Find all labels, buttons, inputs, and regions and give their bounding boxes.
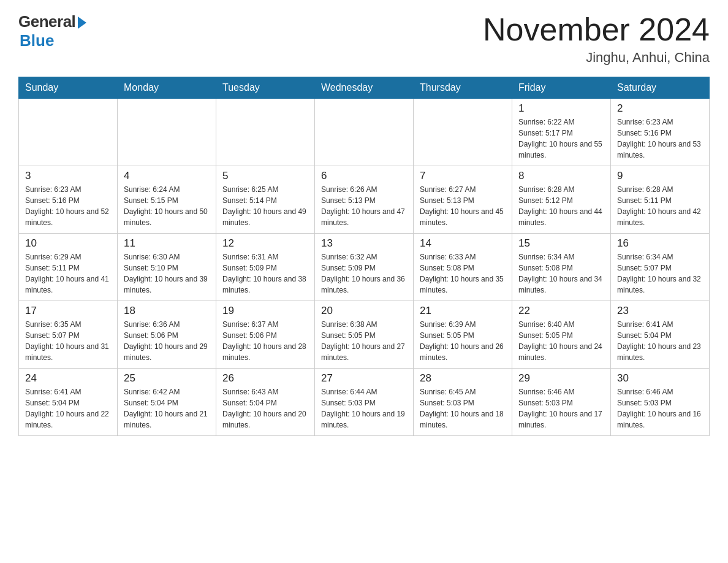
table-row: 28Sunrise: 6:45 AMSunset: 5:03 PMDayligh… [414,369,512,436]
title-section: November 2024 Jinghu, Anhui, China [483,12,710,66]
table-row [216,99,315,166]
day-number: 16 [617,237,703,250]
day-info: Sunrise: 6:23 AMSunset: 5:16 PMDaylight:… [25,184,111,228]
day-info: Sunrise: 6:28 AMSunset: 5:11 PMDaylight:… [617,184,703,228]
day-number: 14 [420,237,506,250]
day-info: Sunrise: 6:26 AMSunset: 5:13 PMDaylight:… [321,184,407,228]
table-row: 29Sunrise: 6:46 AMSunset: 5:03 PMDayligh… [512,369,611,436]
logo-arrow-icon [78,17,86,29]
table-row: 26Sunrise: 6:43 AMSunset: 5:04 PMDayligh… [216,369,315,436]
table-row: 25Sunrise: 6:42 AMSunset: 5:04 PMDayligh… [118,369,216,436]
day-info: Sunrise: 6:34 AMSunset: 5:08 PMDaylight:… [518,251,604,296]
day-info: Sunrise: 6:44 AMSunset: 5:03 PMDaylight:… [321,386,407,431]
table-row: 27Sunrise: 6:44 AMSunset: 5:03 PMDayligh… [315,369,414,436]
table-row [118,99,216,166]
table-row: 18Sunrise: 6:36 AMSunset: 5:06 PMDayligh… [118,301,216,369]
logo: General Blue [18,12,86,50]
day-info: Sunrise: 6:32 AMSunset: 5:09 PMDaylight:… [321,251,407,296]
day-info: Sunrise: 6:28 AMSunset: 5:12 PMDaylight:… [518,184,604,228]
day-info: Sunrise: 6:35 AMSunset: 5:07 PMDaylight:… [25,319,111,363]
table-row: 14Sunrise: 6:33 AMSunset: 5:08 PMDayligh… [414,234,512,301]
table-row: 23Sunrise: 6:41 AMSunset: 5:04 PMDayligh… [611,301,710,369]
table-row: 24Sunrise: 6:41 AMSunset: 5:04 PMDayligh… [19,369,118,436]
day-number: 3 [25,170,111,182]
day-info: Sunrise: 6:24 AMSunset: 5:15 PMDaylight:… [124,184,210,228]
table-row: 8Sunrise: 6:28 AMSunset: 5:12 PMDaylight… [512,166,611,234]
table-row: 11Sunrise: 6:30 AMSunset: 5:10 PMDayligh… [118,234,216,301]
day-info: Sunrise: 6:36 AMSunset: 5:06 PMDaylight:… [124,319,210,363]
table-row [19,99,118,166]
page-header: General Blue November 2024 Jinghu, Anhui… [18,12,710,66]
day-number: 30 [617,372,703,385]
table-row: 16Sunrise: 6:34 AMSunset: 5:07 PMDayligh… [611,234,710,301]
table-row: 19Sunrise: 6:37 AMSunset: 5:06 PMDayligh… [216,301,315,369]
calendar-week-row: 10Sunrise: 6:29 AMSunset: 5:11 PMDayligh… [19,234,710,301]
day-number: 20 [321,305,407,317]
day-info: Sunrise: 6:42 AMSunset: 5:04 PMDaylight:… [124,386,210,431]
day-number: 27 [321,372,407,385]
location-title: Jinghu, Anhui, China [483,50,710,66]
day-number: 13 [321,237,407,250]
logo-blue-text: Blue [20,31,54,50]
day-info: Sunrise: 6:39 AMSunset: 5:05 PMDaylight:… [420,319,506,363]
header-saturday: Saturday [611,77,710,99]
day-number: 1 [518,102,604,115]
day-info: Sunrise: 6:46 AMSunset: 5:03 PMDaylight:… [617,386,703,431]
day-info: Sunrise: 6:37 AMSunset: 5:06 PMDaylight:… [222,319,308,363]
table-row: 13Sunrise: 6:32 AMSunset: 5:09 PMDayligh… [315,234,414,301]
calendar-week-row: 17Sunrise: 6:35 AMSunset: 5:07 PMDayligh… [19,301,710,369]
day-number: 18 [124,305,210,317]
day-info: Sunrise: 6:29 AMSunset: 5:11 PMDaylight:… [25,251,111,296]
day-info: Sunrise: 6:46 AMSunset: 5:03 PMDaylight:… [518,386,604,431]
day-info: Sunrise: 6:31 AMSunset: 5:09 PMDaylight:… [222,251,308,296]
table-row: 5Sunrise: 6:25 AMSunset: 5:14 PMDaylight… [216,166,315,234]
day-number: 22 [518,305,604,317]
day-number: 24 [25,372,111,385]
table-row: 9Sunrise: 6:28 AMSunset: 5:11 PMDaylight… [611,166,710,234]
header-friday: Friday [512,77,611,99]
table-row: 20Sunrise: 6:38 AMSunset: 5:05 PMDayligh… [315,301,414,369]
month-title: November 2024 [483,12,710,47]
header-monday: Monday [118,77,216,99]
day-info: Sunrise: 6:23 AMSunset: 5:16 PMDaylight:… [617,117,703,161]
calendar-week-row: 3Sunrise: 6:23 AMSunset: 5:16 PMDaylight… [19,166,710,234]
table-row: 2Sunrise: 6:23 AMSunset: 5:16 PMDaylight… [611,99,710,166]
header-tuesday: Tuesday [216,77,315,99]
header-wednesday: Wednesday [315,77,414,99]
calendar-week-row: 1Sunrise: 6:22 AMSunset: 5:17 PMDaylight… [19,99,710,166]
day-info: Sunrise: 6:45 AMSunset: 5:03 PMDaylight:… [420,386,506,431]
day-number: 25 [124,372,210,385]
table-row: 10Sunrise: 6:29 AMSunset: 5:11 PMDayligh… [19,234,118,301]
day-number: 8 [518,170,604,182]
day-number: 10 [25,237,111,250]
day-number: 12 [222,237,308,250]
table-row: 15Sunrise: 6:34 AMSunset: 5:08 PMDayligh… [512,234,611,301]
table-row: 7Sunrise: 6:27 AMSunset: 5:13 PMDaylight… [414,166,512,234]
day-info: Sunrise: 6:22 AMSunset: 5:17 PMDaylight:… [518,117,604,161]
table-row: 22Sunrise: 6:40 AMSunset: 5:05 PMDayligh… [512,301,611,369]
table-row [315,99,414,166]
table-row [414,99,512,166]
table-row: 3Sunrise: 6:23 AMSunset: 5:16 PMDaylight… [19,166,118,234]
day-number: 28 [420,372,506,385]
table-row: 6Sunrise: 6:26 AMSunset: 5:13 PMDaylight… [315,166,414,234]
day-number: 17 [25,305,111,317]
day-info: Sunrise: 6:38 AMSunset: 5:05 PMDaylight:… [321,319,407,363]
day-number: 11 [124,237,210,250]
table-row: 12Sunrise: 6:31 AMSunset: 5:09 PMDayligh… [216,234,315,301]
header-sunday: Sunday [19,77,118,99]
day-info: Sunrise: 6:34 AMSunset: 5:07 PMDaylight:… [617,251,703,296]
day-number: 5 [222,170,308,182]
table-row: 17Sunrise: 6:35 AMSunset: 5:07 PMDayligh… [19,301,118,369]
day-info: Sunrise: 6:33 AMSunset: 5:08 PMDaylight:… [420,251,506,296]
weekday-header-row: Sunday Monday Tuesday Wednesday Thursday… [19,77,710,99]
calendar-week-row: 24Sunrise: 6:41 AMSunset: 5:04 PMDayligh… [19,369,710,436]
day-info: Sunrise: 6:41 AMSunset: 5:04 PMDaylight:… [25,386,111,431]
day-number: 4 [124,170,210,182]
day-number: 19 [222,305,308,317]
table-row: 4Sunrise: 6:24 AMSunset: 5:15 PMDaylight… [118,166,216,234]
day-number: 23 [617,305,703,317]
day-info: Sunrise: 6:41 AMSunset: 5:04 PMDaylight:… [617,319,703,363]
logo-general-text: General [18,12,75,31]
day-info: Sunrise: 6:30 AMSunset: 5:10 PMDaylight:… [124,251,210,296]
